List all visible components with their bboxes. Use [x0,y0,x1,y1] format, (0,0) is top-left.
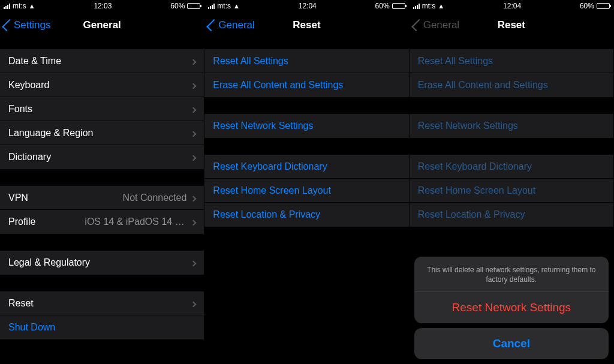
row-reset-network[interactable]: Reset Network Settings [204,114,408,138]
row-label: Reset Location & Privacy [418,209,525,220]
row-label: Shut Down [8,322,55,333]
chevron-right-icon [191,192,195,203]
back-label: General [218,19,254,31]
status-time: 12:03 [94,2,112,10]
row-reset-network: Reset Network Settings [410,114,613,138]
row-label: Dictionary [8,152,51,163]
cancel-button[interactable]: Cancel [414,328,609,359]
chevron-right-icon [191,152,195,163]
back-label: General [423,19,459,31]
back-button[interactable]: General [209,19,254,31]
battery-pct: 60% [170,2,185,10]
row-label: Reset Network Settings [213,121,313,131]
content: Date & Time Keyboard Fonts Language & Re… [0,38,204,364]
battery-icon [187,3,200,9]
chevron-left-icon [207,19,219,32]
signal-icon [413,4,420,9]
row-label: Reset All Settings [213,56,288,67]
battery-icon [597,3,610,9]
row-shutdown[interactable]: Shut Down [0,315,204,339]
row-label: Reset All Settings [418,56,493,67]
row-detail: Not Connected [123,192,187,203]
navbar: General Reset [204,12,408,38]
row-reset-keyboard-dict[interactable]: Reset Keyboard Dictionary [204,155,408,179]
page-title: General [83,19,121,31]
row-fonts[interactable]: Fonts [0,97,204,121]
row-reset-keyboard-dict: Reset Keyboard Dictionary [410,155,613,179]
row-label: Reset Home Screen Layout [213,185,331,196]
chevron-left-icon [2,19,14,32]
chevron-right-icon [191,56,195,67]
row-label: Legal & Regulatory [8,257,90,268]
carrier-label: mt:s [422,2,436,10]
sheet-message: This will delete all network settings, r… [414,257,609,292]
phone-reset-confirm: mt:s ▲ 12:04 60% General Reset Reset All… [410,0,614,364]
sheet-cancel-card: Cancel [414,328,609,359]
row-label: Profile [8,216,35,227]
status-time: 12:04 [503,2,521,10]
row-reset-all-settings[interactable]: Reset All Settings [204,49,408,73]
row-label: Erase All Content and Settings [418,80,548,91]
back-label: Settings [14,19,50,31]
row-profile[interactable]: Profile iOS 14 & iPadOS 14 Beta Softwar.… [0,210,204,234]
sheet-card: This will delete all network settings, r… [414,257,609,323]
status-time: 12:04 [299,2,317,10]
row-label: Reset Network Settings [418,121,518,131]
chevron-right-icon [191,257,195,268]
row-date-time[interactable]: Date & Time [0,49,204,73]
row-language-region[interactable]: Language & Region [0,121,204,145]
row-erase-all[interactable]: Erase All Content and Settings [204,73,408,97]
back-button[interactable]: Settings [5,19,50,31]
signal-icon [4,4,10,9]
row-reset[interactable]: Reset [0,291,204,315]
row-label: Reset [8,298,34,309]
row-label: Reset Keyboard Dictionary [213,161,327,172]
row-label: Language & Region [8,128,93,139]
row-label: Reset Keyboard Dictionary [418,161,532,172]
row-reset-location-privacy[interactable]: Reset Location & Privacy [204,203,408,227]
row-label: Erase All Content and Settings [213,80,343,91]
button-label: Reset Network Settings [452,301,571,314]
wifi-icon: ▲ [438,2,444,10]
row-label: VPN [8,192,28,203]
status-bar: mt:s ▲ 12:03 60% [0,0,204,12]
navbar: General Reset [410,12,613,38]
button-label: Cancel [493,337,530,350]
battery-pct: 60% [375,2,390,10]
carrier-label: mt:s [217,2,231,10]
navbar: Settings General [0,12,204,38]
chevron-right-icon [191,80,195,91]
page-title: Reset [293,19,320,31]
phone-general: mt:s ▲ 12:03 60% Settings General Date &… [0,0,204,364]
wifi-icon: ▲ [29,2,35,10]
confirm-reset-network-button[interactable]: Reset Network Settings [414,292,609,323]
row-reset-all-settings: Reset All Settings [410,49,613,73]
status-bar: mt:s ▲ 12:04 60% [204,0,408,12]
page-title: Reset [498,19,525,31]
row-reset-home-layout: Reset Home Screen Layout [410,179,613,203]
row-dictionary[interactable]: Dictionary [0,145,204,169]
row-label: Date & Time [8,56,61,67]
row-label: Reset Home Screen Layout [418,185,536,196]
chevron-right-icon [191,128,195,139]
back-button: General [414,19,459,31]
battery-icon [392,3,405,9]
row-legal[interactable]: Legal & Regulatory [0,251,204,275]
chevron-left-icon [411,19,424,32]
signal-icon [208,4,215,9]
action-sheet: This will delete all network settings, r… [414,257,609,359]
chevron-right-icon [191,298,195,309]
row-erase-all: Erase All Content and Settings [410,73,613,97]
battery-pct: 60% [580,2,594,10]
row-vpn[interactable]: VPN Not Connected [0,186,204,210]
row-detail: iOS 14 & iPadOS 14 Beta Softwar... [85,216,186,227]
row-label: Reset Location & Privacy [213,209,320,220]
chevron-right-icon [191,216,195,227]
row-label: Keyboard [8,80,50,91]
row-label: Fonts [8,104,32,115]
row-reset-location-privacy: Reset Location & Privacy [410,203,613,227]
carrier-label: mt:s [13,2,26,10]
row-keyboard[interactable]: Keyboard [0,73,204,97]
chevron-right-icon [191,104,195,115]
row-reset-home-layout[interactable]: Reset Home Screen Layout [204,179,408,203]
